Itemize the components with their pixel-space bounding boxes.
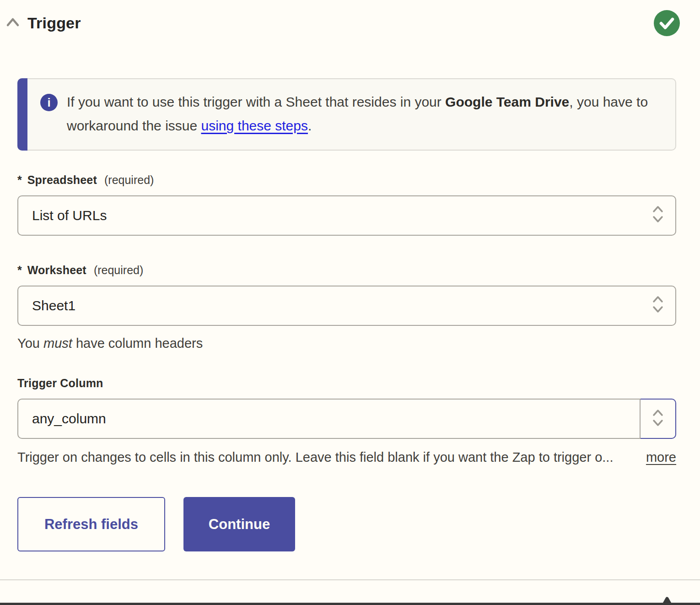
spreadsheet-select-value: List of URLs — [32, 208, 652, 223]
collapse-trigger-button[interactable] — [5, 15, 21, 32]
banner-text: If you want to use this trigger with a S… — [67, 90, 653, 138]
chevron-up-icon — [5, 16, 20, 30]
more-link[interactable]: more — [646, 450, 676, 465]
check-circle-icon — [654, 10, 680, 36]
worksheet-label: Worksheet — [27, 264, 86, 277]
required-asterisk: * — [17, 264, 22, 277]
select-chevrons-icon — [652, 408, 664, 430]
trigger-column-select: any_column — [17, 399, 676, 439]
banner-text-end: . — [308, 118, 312, 133]
worksheet-helper-part1: You — [17, 336, 43, 351]
info-icon: i — [40, 94, 58, 111]
select-chevrons-icon — [652, 294, 664, 318]
worksheet-helper-part2: have column headers — [72, 336, 203, 351]
spreadsheet-required-note: (required) — [104, 173, 154, 187]
trigger-form: * Spreadsheet (required) List of URLs * … — [0, 173, 700, 551]
trigger-setup-panel: Trigger i If you want to use this trigge… — [0, 0, 700, 605]
worksheet-select[interactable]: Sheet1 — [17, 286, 676, 326]
trigger-column-value: any_column — [32, 411, 106, 427]
trigger-column-label: Trigger Column — [17, 377, 103, 390]
worksheet-helper-text: You must have column headers — [17, 336, 676, 351]
banner-text-part1: If you want to use this trigger with a S… — [67, 94, 445, 109]
banner-accent-bar — [17, 78, 27, 151]
team-drive-info-banner: i If you want to use this trigger with a… — [17, 78, 676, 151]
worksheet-label-row: * Worksheet (required) — [17, 264, 676, 277]
trigger-column-label-row: Trigger Column — [17, 377, 676, 390]
trigger-section-title: Trigger — [27, 14, 81, 32]
worksheet-select-value: Sheet1 — [32, 298, 652, 313]
worksheet-helper-italic: must — [43, 336, 72, 351]
continue-button[interactable]: Continue — [183, 497, 295, 551]
spreadsheet-label: Spreadsheet — [27, 173, 97, 187]
spreadsheet-label-row: * Spreadsheet (required) — [17, 173, 676, 187]
workaround-steps-link[interactable]: using these steps — [201, 118, 308, 133]
trigger-column-helper-row: Trigger on changes to cells in this colu… — [17, 450, 676, 465]
trigger-column-helper-text: Trigger on changes to cells in this colu… — [17, 450, 613, 465]
action-button-row: Refresh fields Continue — [17, 497, 676, 551]
refresh-fields-button[interactable]: Refresh fields — [17, 497, 165, 551]
trigger-column-input[interactable]: any_column — [17, 399, 641, 439]
trigger-column-stepper-button[interactable] — [641, 399, 676, 439]
worksheet-required-note: (required) — [94, 264, 143, 277]
trigger-section-header: Trigger — [0, 0, 700, 36]
panel-bottom-edge — [0, 603, 700, 605]
required-asterisk: * — [17, 173, 22, 187]
trigger-status-icon — [654, 10, 680, 36]
banner-text-bold: Google Team Drive — [445, 94, 569, 109]
select-chevrons-icon — [652, 204, 664, 227]
spreadsheet-select[interactable]: List of URLs — [17, 195, 676, 236]
test-section-header: Test — [0, 580, 700, 605]
